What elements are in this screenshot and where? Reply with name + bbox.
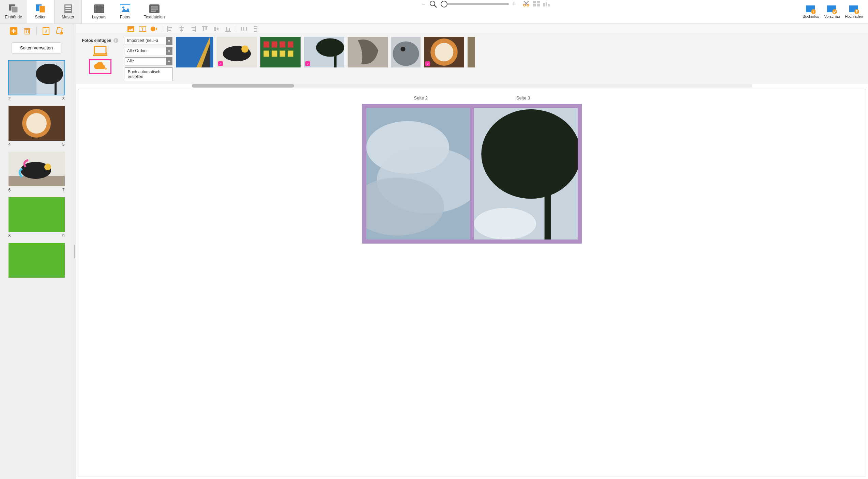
sort-select[interactable]: Importiert (neu–a▼ [125, 37, 172, 45]
svg-point-16 [430, 1, 435, 6]
insert-shape-icon[interactable] [150, 25, 158, 33]
svg-rect-68 [195, 26, 196, 32]
layouts-icon [94, 4, 104, 13]
master-icon [64, 4, 72, 13]
svg-rect-71 [202, 26, 208, 27]
svg-rect-96 [272, 42, 277, 48]
svg-point-55 [44, 164, 51, 170]
upload-button[interactable]: Hochladen [845, 5, 863, 18]
align-left-icon[interactable] [166, 25, 174, 33]
page-thumb[interactable]: 89 [9, 197, 65, 238]
svg-text:i: i [813, 10, 814, 14]
page-thumb[interactable]: 67 [9, 152, 65, 192]
photo-thumb[interactable] [468, 37, 475, 67]
tab-master-label: Master [62, 15, 74, 19]
bookinfo-button[interactable]: i Buchinfos [803, 5, 819, 18]
insert-text-icon[interactable]: T [139, 25, 146, 33]
insert-image-icon[interactable] [127, 25, 135, 33]
svg-rect-69 [192, 27, 195, 28]
zoom-in[interactable]: + [512, 1, 516, 8]
check-icon: ✓ [425, 61, 430, 66]
canvas[interactable]: Seite 2 Seite 3 [78, 89, 866, 477]
folder-select-value: Alle Ordner [125, 47, 166, 55]
svg-rect-70 [193, 30, 195, 31]
distribute-v-icon[interactable] [252, 25, 259, 33]
tool-icons: Layouts Fotos Textdateien [82, 0, 175, 24]
photo-strip[interactable]: ✓✓✓ [176, 37, 865, 81]
tool-layouts[interactable]: Layouts [92, 4, 106, 19]
info-icon[interactable]: i [113, 38, 118, 43]
tab-master[interactable]: Master [55, 0, 82, 24]
photo-thumb[interactable] [260, 37, 301, 67]
photo-toolbar: T [76, 24, 868, 34]
delete-page-button[interactable] [23, 27, 32, 35]
cut-icon[interactable] [522, 0, 530, 7]
upload-label: Hochladen [845, 14, 863, 18]
grid-view-icon[interactable] [533, 0, 540, 7]
align-bottom-icon[interactable] [224, 25, 232, 33]
svg-rect-26 [543, 3, 545, 6]
auto-create-button[interactable]: Buch automatisch erstellen [125, 67, 172, 81]
upload-from-cloud-icon[interactable]: + [89, 59, 111, 74]
page-thumb[interactable]: 45 [9, 106, 65, 147]
spread-page-right[interactable] [474, 108, 578, 240]
sidebar-splitter[interactable] [73, 24, 76, 479]
tool-layouts-label: Layouts [92, 15, 106, 19]
spread-page-left[interactable] [366, 108, 470, 240]
page-number-button[interactable]: # [42, 27, 50, 35]
photo-thumb[interactable]: ✓ [424, 37, 464, 67]
photo-thumb[interactable]: ✓ [304, 37, 344, 67]
svg-rect-62 [167, 26, 168, 32]
tool-photos[interactable]: Fotos [120, 4, 130, 19]
filter-select[interactable]: Alle▼ [125, 57, 172, 65]
upload-from-computer-icon[interactable]: + [93, 46, 107, 57]
add-page-button[interactable] [9, 27, 18, 35]
tool-textfiles[interactable]: Textdateien [144, 4, 165, 19]
svg-rect-83 [254, 26, 257, 27]
page-thumb[interactable]: 23 [9, 60, 65, 101]
spread[interactable] [362, 104, 582, 244]
svg-rect-24 [533, 4, 536, 6]
bars-view-icon[interactable] [543, 0, 550, 7]
svg-rect-82 [246, 27, 247, 31]
preview-button[interactable]: Vorschau [824, 5, 840, 18]
svg-rect-48 [55, 79, 57, 95]
distribute-h-icon[interactable] [240, 25, 248, 33]
align-top-icon[interactable] [201, 25, 209, 33]
thumb-page-right: 7 [62, 188, 65, 192]
photo-thumb[interactable] [348, 37, 388, 67]
zoom-slider[interactable] [441, 3, 509, 5]
svg-rect-13 [151, 6, 158, 7]
svg-rect-113 [468, 37, 475, 67]
svg-rect-105 [334, 51, 337, 68]
svg-point-47 [36, 64, 63, 84]
svg-rect-3 [40, 6, 45, 13]
tab-covers[interactable]: Einbände [0, 0, 27, 24]
photo-thumb[interactable]: ✓ [217, 37, 257, 67]
zoom-out[interactable]: − [422, 1, 426, 8]
zoom-knob[interactable] [441, 1, 447, 7]
page-style-button[interactable] [55, 27, 64, 35]
svg-rect-25 [537, 4, 540, 6]
align-middle-icon[interactable] [213, 25, 220, 33]
svg-rect-97 [280, 42, 286, 48]
photo-thumb[interactable] [391, 37, 421, 67]
photo-strip-scrollbar[interactable] [192, 84, 752, 88]
tree-photo [474, 108, 578, 240]
photo-thumb[interactable] [176, 37, 213, 67]
svg-rect-76 [217, 28, 218, 30]
align-center-h-icon[interactable] [178, 25, 185, 33]
svg-rect-14 [151, 9, 158, 10]
tab-pages[interactable]: Seiten [27, 0, 55, 24]
svg-point-112 [435, 43, 454, 62]
folder-select[interactable]: Alle Ordner▼ [125, 47, 172, 55]
svg-rect-28 [548, 4, 550, 6]
svg-rect-45 [9, 60, 36, 95]
svg-rect-72 [203, 27, 204, 31]
svg-point-109 [400, 47, 405, 51]
page-thumb[interactable] [9, 243, 65, 279]
manage-pages-button[interactable]: Seiten verwalten [12, 42, 61, 53]
page-label-right: Seite 3 [516, 95, 530, 101]
align-right-icon[interactable] [189, 25, 197, 33]
photo-band: Fotos einfügen i + + Importiert (neu–a▼ … [76, 34, 868, 84]
